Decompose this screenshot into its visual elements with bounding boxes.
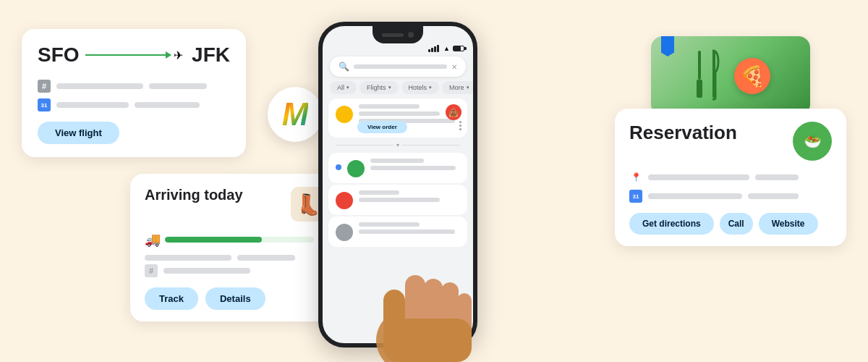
get-directions-button[interactable]: Get directions <box>629 213 714 235</box>
email-item-2[interactable] <box>328 153 467 183</box>
progress-track <box>165 237 314 243</box>
progress-fill <box>165 237 262 243</box>
arriving-meta-row-2: # <box>145 264 326 277</box>
hash-icon-2: # <box>145 264 158 277</box>
chip-arrow-icon-2: ▾ <box>388 85 391 90</box>
flight-to: JFK <box>192 43 230 67</box>
arriving-bar-2 <box>237 255 295 261</box>
chip-2[interactable]: Flights ▾ <box>359 81 399 94</box>
food-card: 🍕 <box>651 36 810 116</box>
search-bar-fill <box>354 64 447 69</box>
chip-arrow-icon-4: ▾ <box>467 85 469 90</box>
location-icon: 📍 <box>629 171 642 184</box>
arriving-title: Arriving today <box>145 187 243 203</box>
expand-icon[interactable]: ▾ <box>396 142 399 148</box>
flight-from: SFO <box>38 43 80 67</box>
unread-dot <box>336 164 341 170</box>
gmail-logo: M <box>268 87 323 142</box>
calendar-icon-res: 31 <box>629 190 642 203</box>
food-card-background: 🍕 <box>651 36 810 116</box>
chip-4[interactable]: More ▾ <box>442 81 473 94</box>
flight-route: SFO ✈ JFK <box>38 43 230 67</box>
cutlery-icon <box>691 47 734 105</box>
calendar-icon: 31 <box>38 98 51 111</box>
arriving-header: Arriving today 👢 <box>145 187 326 222</box>
email-content-3 <box>359 190 460 205</box>
clear-search-icon[interactable]: ✕ <box>451 63 457 71</box>
food-pizza-icon: 🍕 <box>734 58 770 94</box>
reservation-header: Reservation 🥗 <box>629 122 832 161</box>
call-button[interactable]: Call <box>720 213 753 235</box>
arriving-card: Arriving today 👢 🚚 # Track Details <box>130 174 340 321</box>
chip-arrow-icon: ▾ <box>346 85 349 90</box>
filter-chips: All ▾ Flights ▾ Hotels ▾ More ▾ <box>323 81 473 98</box>
signal-icon <box>428 45 439 52</box>
meta-bar-4 <box>135 102 200 108</box>
arriving-bar-1 <box>145 255 231 261</box>
arriving-bars: # <box>145 255 326 277</box>
view-flight-button[interactable]: View flight <box>38 122 119 144</box>
compose-fab[interactable]: ✏ <box>444 314 464 334</box>
track-button[interactable]: Track <box>145 287 198 310</box>
res-meta-row-1: 📍 <box>629 171 832 184</box>
divider-row: ▾ <box>328 139 467 151</box>
more-options-icon[interactable] <box>459 121 461 130</box>
search-icon: 🔍 <box>339 62 349 72</box>
food-icon-svg: 🥗 <box>798 127 827 156</box>
svg-text:🥗: 🥗 <box>804 132 822 150</box>
plane-icon: ✈ <box>174 49 183 62</box>
chip-3[interactable]: Hotels ▾ <box>401 81 440 94</box>
phone-speaker <box>382 33 404 37</box>
chip-1[interactable]: All ▾ <box>330 81 357 94</box>
email-avatar-4 <box>336 224 353 241</box>
phone-search-bar[interactable]: 🔍 ✕ <box>330 56 466 77</box>
email-avatar-3 <box>336 192 353 209</box>
gmail-m-icon: M <box>282 96 309 132</box>
svg-rect-9 <box>698 62 701 70</box>
bag-badge-icon: 👜 <box>446 104 461 120</box>
flight-arrow-line <box>85 54 171 56</box>
email-item-3[interactable] <box>328 185 467 215</box>
email-item-4[interactable] <box>328 216 467 247</box>
phone-notch <box>373 26 423 43</box>
flight-card: SFO ✈ JFK # 31 View flight <box>22 29 246 157</box>
battery-fill <box>454 46 461 51</box>
hash-icon: # <box>38 80 51 93</box>
restaurant-icon: 🥗 <box>793 122 832 161</box>
svg-rect-8 <box>697 80 702 98</box>
reservation-buttons: Get directions Call Website <box>629 213 832 235</box>
wifi-icon: ▲ <box>443 45 450 52</box>
flight-meta: # 31 <box>38 80 230 111</box>
details-button[interactable]: Details <box>205 287 265 310</box>
arriving-meta-row-1 <box>145 255 326 261</box>
email-content-4 <box>359 222 460 237</box>
flight-meta-row-2: 31 <box>38 98 230 111</box>
email-content-2 <box>370 159 460 173</box>
arriving-bar-3 <box>163 268 250 274</box>
email-item-1[interactable]: 👜 View order <box>328 98 467 138</box>
bookmark-icon <box>661 36 674 56</box>
flight-meta-row-1: # <box>38 80 230 93</box>
email-list: 👜 View order ▾ <box>323 98 473 247</box>
reservation-meta: 📍 31 <box>629 171 832 203</box>
email-avatar-1 <box>336 106 353 123</box>
phone-body: ▲ 🔍 ✕ All ▾ Flights ▾ Hotels ▾ <box>318 22 477 348</box>
email-action-pill[interactable]: View order <box>357 121 407 133</box>
flight-arrow: ✈ <box>85 49 187 62</box>
email-avatar-2 <box>347 160 365 177</box>
res-meta-row-2: 31 <box>629 190 832 203</box>
truck-icon: 🚚 <box>145 232 161 248</box>
arriving-progress: 🚚 <box>145 232 326 248</box>
phone-camera <box>408 32 414 38</box>
phone[interactable]: ▲ 🔍 ✕ All ▾ Flights ▾ Hotels ▾ <box>318 22 485 355</box>
website-button[interactable]: Website <box>759 213 818 235</box>
arriving-buttons: Track Details <box>145 287 326 310</box>
chip-arrow-icon-3: ▾ <box>429 85 432 90</box>
meta-bar-2 <box>149 83 207 89</box>
reservation-title: Reservation <box>629 122 737 144</box>
reservation-card: Reservation 🥗 📍 31 Get directions Call W… <box>615 109 846 246</box>
meta-bar-3 <box>56 102 129 108</box>
battery-icon <box>453 46 464 51</box>
meta-bar-1 <box>56 83 143 89</box>
